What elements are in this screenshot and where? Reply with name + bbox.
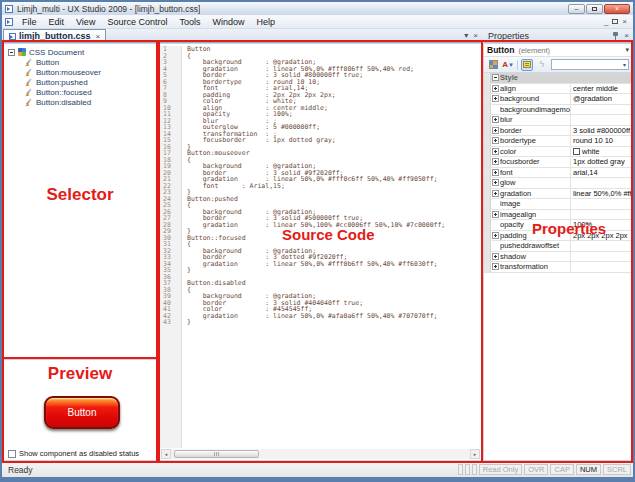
property-row-blur[interactable]: blur bbox=[484, 115, 632, 126]
expand-icon[interactable] bbox=[492, 253, 499, 260]
property-search-combobox[interactable]: ▾ bbox=[551, 59, 629, 70]
property-value[interactable] bbox=[570, 178, 632, 188]
property-value[interactable]: 100% bbox=[570, 220, 632, 230]
preview-button[interactable]: Button bbox=[44, 396, 120, 429]
tree-item-button-pushed[interactable]: Button:pushed bbox=[8, 77, 156, 87]
tree-item-button-disabled[interactable]: Button:disabled bbox=[8, 97, 156, 107]
expand-icon[interactable] bbox=[492, 137, 499, 144]
properties-target-header[interactable]: Button (element) ▾ bbox=[484, 44, 632, 57]
property-value[interactable] bbox=[570, 115, 632, 125]
maximize-button[interactable] bbox=[586, 4, 603, 14]
expand-icon[interactable] bbox=[492, 232, 499, 239]
expand-icon[interactable] bbox=[492, 148, 499, 155]
property-row-border[interactable]: border3 solid #800000ff bbox=[484, 126, 632, 137]
tab-limjh-button-css[interactable]: limjh_button.css × bbox=[3, 29, 106, 42]
expand-icon[interactable] bbox=[492, 211, 499, 218]
pin-icon[interactable] bbox=[612, 32, 619, 40]
property-value[interactable]: @gradation bbox=[570, 94, 632, 104]
alphabetical-sort-icon[interactable]: A▼ bbox=[502, 59, 514, 71]
row-marker bbox=[484, 252, 491, 262]
property-value[interactable] bbox=[570, 252, 632, 262]
scroll-left-icon[interactable]: ◂ bbox=[161, 449, 171, 459]
collapse-icon[interactable] bbox=[8, 49, 15, 56]
events-icon[interactable]: ϟ bbox=[536, 59, 548, 71]
property-value[interactable]: 2px 2px 2px 2px bbox=[570, 231, 632, 241]
expand-icon[interactable] bbox=[492, 179, 499, 186]
code-lines[interactable]: Button{ background : @gradation; gradati… bbox=[187, 46, 479, 448]
property-row-bordertype[interactable]: bordertyperound 10 10 bbox=[484, 136, 632, 147]
property-row-padding[interactable]: padding2px 2px 2px 2px bbox=[484, 231, 632, 242]
property-row-gradation[interactable]: gradationlinear 50%,0% #fff086 bbox=[484, 189, 632, 200]
expand-icon[interactable] bbox=[492, 169, 499, 176]
scroll-right-icon[interactable]: ▸ bbox=[470, 449, 480, 459]
scrollbar-thumb[interactable] bbox=[174, 450, 259, 458]
expand-icon[interactable] bbox=[492, 116, 499, 123]
property-value[interactable]: linear 50%,0% #fff086 bbox=[570, 189, 632, 199]
expand-icon[interactable] bbox=[492, 95, 499, 102]
css-document-icon bbox=[18, 48, 26, 56]
property-row-pusheddrawoffset[interactable]: pusheddrawoffset bbox=[484, 241, 632, 252]
property-row-imagealign[interactable]: imagealign bbox=[484, 210, 632, 221]
menu-help[interactable]: Help bbox=[250, 16, 281, 28]
menu-window[interactable]: Window bbox=[206, 16, 250, 28]
expand-icon[interactable] bbox=[492, 263, 499, 270]
property-value[interactable]: arial,14 bbox=[570, 168, 632, 178]
mdi-minimize-button[interactable]: _ bbox=[604, 18, 608, 26]
mdi-close-button[interactable]: × bbox=[622, 18, 627, 26]
panel-close-icon[interactable]: × bbox=[624, 32, 629, 40]
property-row-glow[interactable]: glow bbox=[484, 178, 632, 189]
expand-icon[interactable] bbox=[492, 85, 499, 92]
properties-toolbar: A▼ ϟ ▾ bbox=[484, 57, 632, 73]
categorized-icon[interactable] bbox=[487, 59, 499, 71]
tab-close-icon[interactable]: × bbox=[96, 32, 101, 41]
source-code-editor[interactable]: 1234567891011121314151617181920212223242… bbox=[159, 43, 482, 461]
tree-item-button[interactable]: Button bbox=[8, 57, 156, 67]
property-row-opacity[interactable]: opacity100% bbox=[484, 220, 632, 231]
property-value[interactable] bbox=[570, 210, 632, 220]
menu-edit[interactable]: Edit bbox=[43, 16, 71, 28]
tree-item-button-focused[interactable]: Button::focused bbox=[8, 87, 156, 97]
property-row-focusborder[interactable]: focusborder1px dotted gray bbox=[484, 157, 632, 168]
mdi-restore-button[interactable] bbox=[612, 19, 618, 24]
property-value[interactable]: 3 solid #800000ff bbox=[570, 126, 632, 136]
property-value[interactable]: 1px dotted gray bbox=[570, 157, 632, 167]
property-row-color[interactable]: colorwhite bbox=[484, 147, 632, 158]
property-value[interactable] bbox=[570, 241, 632, 251]
property-value[interactable]: white bbox=[570, 147, 632, 157]
menu-tools[interactable]: Tools bbox=[173, 16, 206, 28]
disabled-status-checkbox-row[interactable]: Show component as disabled status bbox=[8, 449, 139, 458]
property-value[interactable] bbox=[570, 199, 632, 209]
property-value[interactable]: center middle bbox=[570, 84, 632, 94]
minimize-button[interactable]: – bbox=[568, 4, 585, 14]
expand-icon[interactable] bbox=[492, 127, 499, 134]
tree-item-button-mouseover[interactable]: Button:mouseover bbox=[8, 67, 156, 77]
tab-group-close-icon[interactable]: × bbox=[473, 32, 478, 40]
property-row-font[interactable]: fontarial,14 bbox=[484, 168, 632, 179]
tab-list-chevron-icon[interactable]: ▾ bbox=[464, 32, 468, 40]
property-row-shadow[interactable]: shadow bbox=[484, 252, 632, 263]
horizontal-scrollbar[interactable]: ◂ ▸ bbox=[161, 449, 480, 459]
property-value[interactable] bbox=[570, 105, 632, 115]
collapse-icon[interactable] bbox=[492, 74, 499, 81]
target-dropdown-chevron-icon[interactable]: ▾ bbox=[625, 46, 629, 54]
property-row-transformation[interactable]: transformation bbox=[484, 262, 632, 273]
expander-cell bbox=[491, 73, 500, 83]
expand-icon[interactable] bbox=[492, 158, 499, 165]
menu-source-control[interactable]: Source Control bbox=[101, 16, 173, 28]
expand-icon[interactable] bbox=[492, 190, 499, 197]
property-row-background[interactable]: background@gradation bbox=[484, 94, 632, 105]
document-icon bbox=[5, 18, 13, 26]
close-button[interactable]: × bbox=[604, 4, 630, 14]
property-row-image[interactable]: image bbox=[484, 199, 632, 210]
property-pages-icon[interactable] bbox=[521, 59, 533, 71]
property-value[interactable]: round 10 10 bbox=[570, 136, 632, 146]
tree-root-css-document[interactable]: CSS Document bbox=[8, 47, 156, 57]
property-row-backgroundimagemode[interactable]: backgroundimagemode bbox=[484, 105, 632, 116]
checkbox[interactable] bbox=[8, 450, 16, 458]
menu-file[interactable]: File bbox=[16, 16, 43, 28]
menu-view[interactable]: View bbox=[70, 16, 101, 28]
property-row-style[interactable]: Style bbox=[484, 73, 632, 84]
property-value[interactable] bbox=[570, 262, 632, 272]
property-row-align[interactable]: aligncenter middle bbox=[484, 84, 632, 95]
expander-cell bbox=[491, 189, 500, 199]
